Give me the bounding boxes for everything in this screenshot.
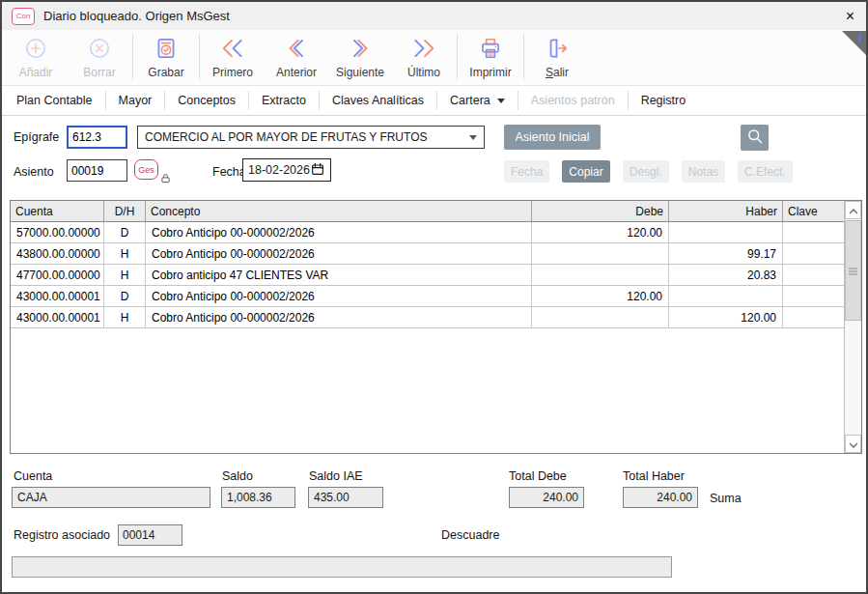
toolbar: Añadir Borrar Grabar <box>2 30 866 86</box>
asiento-inicial-button[interactable]: Asiento Inicial <box>504 125 601 150</box>
save-button-label: Grabar <box>148 66 183 79</box>
column-header-haber[interactable]: Haber <box>669 201 783 221</box>
last-button[interactable]: Último <box>392 30 456 85</box>
next-button[interactable]: Siguiente <box>328 30 392 85</box>
notas-button: Notas <box>682 160 725 183</box>
tab-conceptos[interactable]: Conceptos <box>164 91 248 110</box>
cell-debe <box>532 243 669 264</box>
first-button-label: Primero <box>212 66 253 79</box>
cell-cuenta: 47700.00.00000 <box>11 265 104 285</box>
next-button-label: Siguiente <box>336 66 384 79</box>
epigrafe-input[interactable] <box>67 126 127 149</box>
tab-claves-analiticas[interactable]: Claves Analíticas <box>319 91 436 110</box>
table-row[interactable]: 43000.00.00001 H Cobro Anticipo 00-00000… <box>11 307 861 328</box>
tab-asientos-patron: Asientos patrón <box>518 91 628 110</box>
delete-circle-icon <box>87 36 112 65</box>
next-chevron-icon <box>348 36 373 65</box>
cell-concepto: Cobro Anticipo 00-000002/2026 <box>146 286 532 306</box>
desglose-button: Desgl. <box>623 160 669 183</box>
add-button-label: Añadir <box>19 66 53 79</box>
exit-door-icon <box>545 36 570 65</box>
fecha-value: 18-02-2026 <box>248 163 310 177</box>
chevron-down-icon <box>497 99 505 103</box>
tab-plan-contable[interactable]: Plan Contable <box>4 91 105 110</box>
scrollbar-thumb[interactable] <box>845 220 861 321</box>
epigrafe-label: Epígrafe <box>14 130 59 144</box>
info-corner-fold[interactable] <box>842 31 866 55</box>
tab-extracto[interactable]: Extracto <box>248 91 319 110</box>
tab-cartera[interactable]: Cartera <box>436 91 518 110</box>
scroll-down-button[interactable] <box>845 435 861 453</box>
registro-asociado-label: Registro asociado <box>14 528 110 542</box>
previous-button[interactable]: Anterior <box>265 30 328 85</box>
footer-total-debe-field: 240.00 <box>509 487 584 508</box>
vertical-scrollbar[interactable] <box>844 201 861 453</box>
add-circle-icon <box>23 36 48 65</box>
window-title: Diario bloqueado. Origen MsGest <box>43 9 837 23</box>
previous-chevron-icon <box>284 36 309 65</box>
save-check-icon <box>154 36 179 65</box>
scroll-up-button[interactable] <box>845 201 861 219</box>
asiento-input[interactable] <box>67 159 127 182</box>
registro-asociado-field: 00014 <box>118 524 182 546</box>
cell-concepto: Cobro Anticipo 00-000002/2026 <box>146 222 532 242</box>
footer-saldo-iae-label: Saldo IAE <box>309 469 363 483</box>
cell-dh: H <box>104 265 146 285</box>
tab-registro[interactable]: Registro <box>628 91 699 110</box>
scroll-down-icon <box>849 436 858 453</box>
footer-saldo-iae-field: 435.00 <box>308 487 383 508</box>
column-header-cuenta[interactable]: Cuenta <box>11 201 104 221</box>
epigrafe-combo[interactable]: COMERCIO AL POR MAYOR DE FRUTAS Y FRUTOS <box>137 126 485 149</box>
copiar-button[interactable]: Copiar <box>562 160 609 183</box>
tabs-bar: Plan Contable Mayor Conceptos Extracto C… <box>2 86 866 116</box>
table-row[interactable]: 47700.00.00000 H Cobro anticipo 47 CLIEN… <box>11 265 861 286</box>
column-header-clave[interactable]: Clave <box>783 201 844 221</box>
cell-cuenta: 43000.00.00001 <box>11 286 104 306</box>
save-button[interactable]: Grabar <box>134 30 198 85</box>
cell-haber: 99.17 <box>669 243 783 264</box>
column-header-debe[interactable]: Debe <box>532 201 669 221</box>
table-row[interactable]: 43800.00.00000 H Cobro Anticipo 00-00000… <box>11 243 861 265</box>
cell-concepto: Cobro Anticipo 00-000002/2026 <box>146 243 532 264</box>
exit-button[interactable]: Salir <box>525 30 589 85</box>
cell-cuenta: 43000.00.00001 <box>11 307 104 327</box>
suma-label: Suma <box>710 492 742 505</box>
cell-debe: 120.00 <box>532 222 669 242</box>
cell-clave <box>783 222 844 242</box>
cell-haber: 20.83 <box>669 265 783 285</box>
cell-dh: D <box>104 286 146 306</box>
first-button[interactable]: Primero <box>201 30 265 85</box>
ges-badge[interactable]: Ges <box>134 159 158 180</box>
table-row[interactable]: 57000.00.00000 D Cobro Anticipo 00-00000… <box>11 222 861 243</box>
status-box <box>12 556 672 578</box>
search-button[interactable] <box>741 125 769 151</box>
exit-button-label: Salir <box>546 66 569 79</box>
printer-icon <box>478 36 503 65</box>
toolbar-separator <box>132 35 133 80</box>
cell-concepto: Cobro Anticipo 00-000002/2026 <box>146 307 532 327</box>
fecha-input[interactable]: 18-02-2026 <box>242 158 331 182</box>
scroll-grip-icon <box>849 262 857 279</box>
cell-cuenta: 43800.00.00000 <box>11 243 104 264</box>
add-button: Añadir <box>4 30 68 85</box>
table-row[interactable]: 43000.00.00001 D Cobro Anticipo 00-00000… <box>11 286 861 307</box>
journal-grid: Cuenta D/H Concepto Debe Haber Clave 570… <box>10 200 862 454</box>
cell-cuenta: 57000.00.00000 <box>11 222 104 242</box>
descuadre-label: Descuadre <box>441 528 499 542</box>
footer-saldo-label: Saldo <box>222 469 253 483</box>
last-chevrons-icon <box>411 36 436 65</box>
column-header-dh[interactable]: D/H <box>104 201 146 221</box>
fecha-action-button: Fecha <box>504 160 549 183</box>
tab-cartera-label: Cartera <box>450 94 490 107</box>
print-button[interactable]: Imprimir <box>459 30 522 85</box>
column-header-concepto[interactable]: Concepto <box>146 201 532 221</box>
tab-mayor[interactable]: Mayor <box>105 91 165 110</box>
footer-saldo-field: 1,008.36 <box>221 487 295 508</box>
delete-button-label: Borrar <box>83 66 115 79</box>
close-icon[interactable]: × <box>846 8 854 25</box>
calendar-icon[interactable] <box>310 161 325 180</box>
previous-button-label: Anterior <box>276 66 317 79</box>
cell-clave <box>783 286 844 306</box>
info-icon[interactable]: i <box>858 32 862 47</box>
toolbar-separator <box>199 35 200 80</box>
